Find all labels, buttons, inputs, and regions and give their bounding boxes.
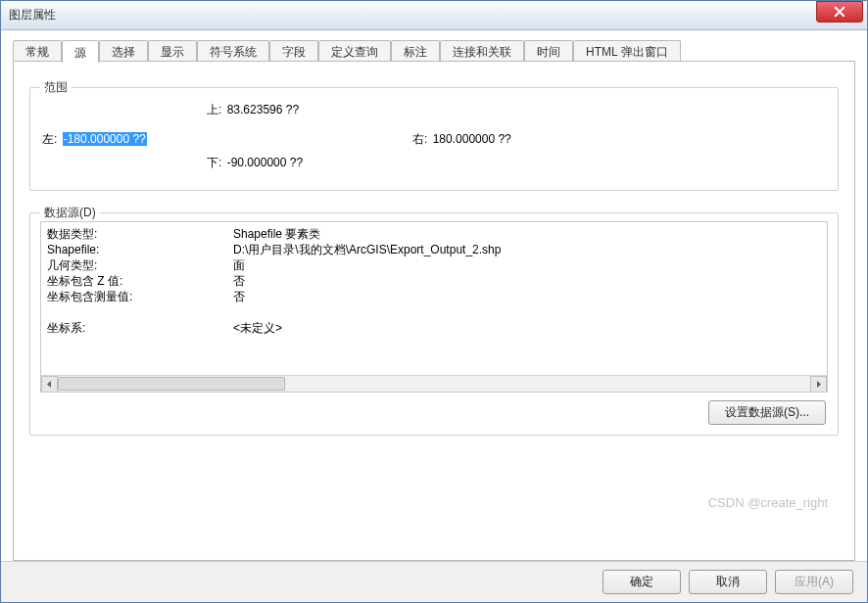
tab-definition-query[interactable]: 定义查询	[318, 40, 391, 61]
extent-top-label: 上:	[207, 103, 221, 116]
ds-geomtype-label: 几何类型:	[47, 257, 233, 273]
tab-general[interactable]: 常规	[13, 40, 62, 61]
extent-left: 左: -180.000000 ??	[42, 131, 147, 148]
extent-top: 上: 83.623596 ??	[207, 102, 299, 118]
tab-symbology[interactable]: 符号系统	[197, 40, 269, 61]
ds-cs-value: <未定义>	[233, 320, 821, 336]
apply-button[interactable]: 应用(A)	[775, 570, 853, 594]
extent-right: 右: 180.000000 ??	[412, 131, 511, 148]
tab-labels[interactable]: 标注	[391, 40, 440, 61]
extent-grid: 上: 83.623596 ?? 左: -180.000000 ?? 右: 180…	[40, 96, 828, 180]
datasource-fieldset: 数据源(D) 数据类型: Shapefile 要素类 Shapefile: D:…	[29, 205, 839, 436]
ds-cs-label: 坐标系:	[47, 320, 233, 336]
extent-bottom-value: -90.000000 ??	[227, 156, 303, 169]
datasource-legend: 数据源(D)	[40, 205, 100, 221]
extent-left-label: 左:	[42, 132, 57, 146]
ds-hasm-value: 否	[233, 289, 821, 304]
datasource-button-row: 设置数据源(S)...	[40, 393, 828, 425]
ds-shapefile-value: D:\用户目录\我的文档\ArcGIS\Export_Output_2.shp	[233, 242, 821, 257]
tab-display[interactable]: 显示	[148, 40, 197, 61]
close-button[interactable]	[816, 1, 863, 23]
ds-row-hasz: 坐标包含 Z 值: 否	[47, 273, 821, 289]
extent-left-value[interactable]: -180.000000 ??	[63, 132, 147, 146]
ds-row-hasm: 坐标包含测量值: 否	[47, 289, 821, 304]
extent-right-value: 180.000000 ??	[433, 132, 511, 146]
ds-row-cs: 坐标系: <未定义>	[47, 320, 821, 336]
ds-hasm-label: 坐标包含测量值:	[47, 289, 233, 304]
content-area: 常规 源 选择 显示 符号系统 字段 定义查询 标注 连接和关联 时间 HTML…	[1, 30, 867, 561]
tab-source[interactable]: 源	[62, 40, 99, 63]
tab-joins-relates[interactable]: 连接和关联	[440, 40, 524, 61]
tab-panel-source: 范围 上: 83.623596 ?? 左: -180.000000 ?? 右: …	[13, 62, 855, 561]
ds-row-datatype: 数据类型: Shapefile 要素类	[47, 226, 821, 242]
ds-datatype-label: 数据类型:	[47, 226, 233, 242]
ds-row-shapefile: Shapefile: D:\用户目录\我的文档\ArcGIS\Export_Ou…	[47, 242, 821, 257]
dialog-footer: 确定 取消 应用(A)	[1, 561, 867, 602]
extent-fieldset: 范围 上: 83.623596 ?? 左: -180.000000 ?? 右: …	[29, 79, 839, 191]
scroll-left-button[interactable]	[41, 376, 58, 393]
scroll-right-button[interactable]	[810, 376, 827, 393]
tab-time[interactable]: 时间	[524, 40, 573, 61]
ds-datatype-value: Shapefile 要素类	[233, 226, 821, 242]
tab-fields[interactable]: 字段	[269, 40, 318, 61]
scroll-thumb[interactable]	[58, 377, 285, 391]
ok-button[interactable]: 确定	[603, 570, 681, 594]
horizontal-scrollbar[interactable]	[41, 375, 827, 392]
extent-top-value: 83.623596 ??	[227, 103, 299, 116]
datasource-box: 数据类型: Shapefile 要素类 Shapefile: D:\用户目录\我…	[40, 221, 828, 393]
ds-shapefile-label: Shapefile:	[47, 242, 233, 257]
extent-bottom: 下: -90.000000 ??	[207, 155, 303, 171]
ds-row-geomtype: 几何类型: 面	[47, 257, 821, 273]
ds-row-spacer	[47, 304, 821, 320]
tab-selection[interactable]: 选择	[99, 40, 148, 61]
cancel-button[interactable]: 取消	[689, 570, 767, 594]
set-datasource-button[interactable]: 设置数据源(S)...	[708, 400, 826, 425]
triangle-left-icon	[46, 381, 53, 388]
tab-strip: 常规 源 选择 显示 符号系统 字段 定义查询 标注 连接和关联 时间 HTML…	[13, 40, 855, 62]
scroll-track[interactable]	[58, 376, 810, 393]
titlebar: 图层属性	[1, 1, 867, 30]
extent-legend: 范围	[40, 79, 72, 96]
close-icon	[834, 6, 845, 18]
extent-bottom-label: 下:	[207, 156, 221, 169]
window-title: 图层属性	[9, 7, 816, 23]
extent-right-label: 右:	[412, 132, 427, 146]
triangle-right-icon	[815, 381, 822, 388]
ds-hasz-label: 坐标包含 Z 值:	[47, 273, 233, 289]
ds-hasz-value: 否	[233, 273, 821, 289]
ds-geomtype-value: 面	[233, 257, 821, 273]
dialog-window: 图层属性 常规 源 选择 显示 符号系统 字段 定义查询 标注 连接和关联 时间…	[0, 0, 868, 603]
tab-html-popup[interactable]: HTML 弹出窗口	[573, 40, 681, 61]
